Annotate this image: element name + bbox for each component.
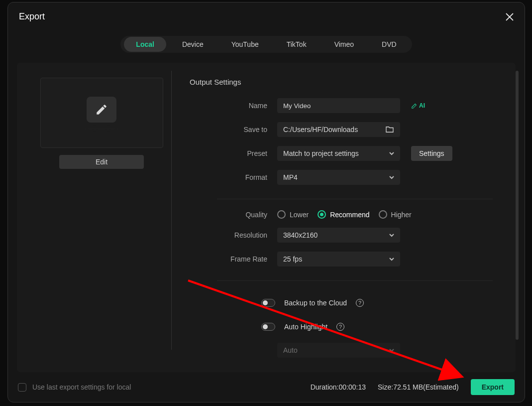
preset-select[interactable]: Match to project settings (277, 146, 400, 161)
auto-highlight-value: Auto (283, 346, 298, 354)
ai-rename-icon[interactable]: AI (411, 102, 425, 109)
framerate-value: 25 fps (283, 255, 302, 263)
dialog-footer: Use last export settings for local Durat… (8, 372, 525, 402)
chevron-down-icon (389, 257, 394, 262)
tab-device[interactable]: Device (170, 37, 215, 52)
tab-vimeo[interactable]: Vimeo (322, 37, 366, 52)
name-label: Name (190, 102, 277, 110)
edit-thumbnail-button[interactable]: Edit (59, 155, 144, 169)
use-last-settings-checkbox[interactable] (18, 383, 26, 392)
thumbnail-preview[interactable] (40, 78, 163, 148)
resolution-label: Resolution (190, 231, 277, 239)
resolution-select[interactable]: 3840x2160 (277, 228, 400, 243)
close-icon[interactable] (506, 13, 514, 21)
tab-local[interactable]: Local (124, 37, 166, 52)
settings-button[interactable]: Settings (411, 146, 452, 161)
backup-cloud-label: Backup to the Cloud (284, 299, 347, 307)
tab-dvd[interactable]: DVD (370, 37, 409, 52)
preset-label: Preset (190, 149, 277, 157)
help-icon[interactable]: ? (336, 323, 344, 331)
dialog-title: Export (19, 11, 45, 22)
quality-lower-radio[interactable]: Lower (277, 210, 309, 219)
quality-recommend-radio[interactable]: Recommend (318, 210, 369, 219)
preview-column: Edit (32, 78, 171, 372)
backup-cloud-toggle[interactable] (261, 299, 275, 307)
output-settings: Output Settings Name AI Save to C:/Users… (172, 78, 511, 372)
saveto-label: Save to (190, 126, 277, 134)
dialog-header: Export (8, 2, 525, 22)
chevron-down-icon (389, 348, 394, 353)
size-info: Size:72.51 MB(Estimated) (378, 383, 459, 391)
folder-icon (385, 126, 394, 133)
framerate-select[interactable]: 25 fps (277, 252, 400, 267)
tabs: Local Device YouTube TikTok Vimeo DVD (8, 36, 525, 53)
name-input[interactable] (277, 98, 400, 113)
format-select[interactable]: MP4 (277, 170, 400, 185)
tab-tiktok[interactable]: TikTok (275, 37, 319, 52)
preset-value: Match to project settings (283, 149, 359, 157)
format-label: Format (190, 173, 277, 181)
duration-info: Duration:00:00:13 (311, 383, 366, 391)
auto-highlight-label: Auto Highlight (284, 323, 327, 331)
chevron-down-icon (389, 175, 394, 180)
tab-youtube[interactable]: YouTube (219, 37, 271, 52)
panel: Edit Output Settings Name AI Sa (17, 63, 516, 372)
format-value: MP4 (283, 173, 298, 181)
framerate-label: Frame Rate (190, 255, 277, 263)
pencil-icon (87, 97, 116, 123)
saveto-value: C:/Users/HF/Downloads (283, 126, 358, 134)
quality-higher-radio[interactable]: Higher (379, 210, 412, 219)
chevron-down-icon (389, 151, 394, 156)
export-button[interactable]: Export (471, 379, 515, 395)
scrollbar[interactable] (516, 71, 519, 340)
section-title: Output Settings (190, 78, 493, 86)
resolution-value: 3840x2160 (283, 231, 318, 239)
quality-label: Quality (190, 211, 277, 219)
auto-highlight-select[interactable]: Auto (277, 343, 400, 358)
auto-highlight-toggle[interactable] (261, 323, 275, 331)
use-last-settings-label: Use last export settings for local (32, 383, 131, 391)
help-icon[interactable]: ? (356, 299, 364, 307)
chevron-down-icon (389, 233, 394, 238)
saveto-field[interactable]: C:/Users/HF/Downloads (277, 122, 400, 137)
export-dialog: Export Local Device YouTube TikTok Vimeo… (7, 2, 525, 403)
